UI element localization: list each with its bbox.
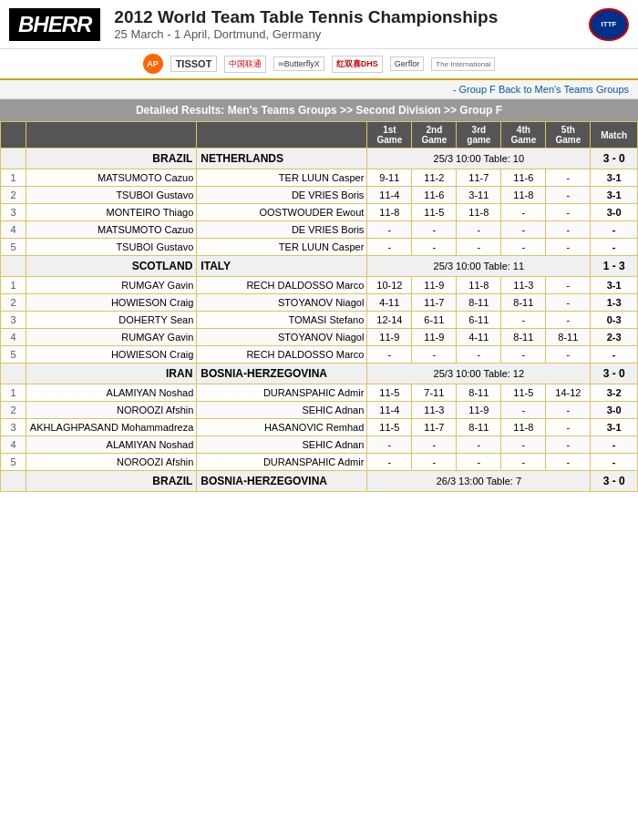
game-row: 5 NOROOZI Afshin DURANSPAHIC Admir - - -… [1, 454, 638, 471]
game-row: 2 TSUBOI Gustavo DE VRIES Boris 11-4 11-… [1, 187, 638, 204]
home-player: MONTEIRO Thiago [26, 204, 197, 221]
game4-score: - [501, 346, 546, 364]
away-team-2: BOSNIA-HERZEGOVINA [197, 364, 367, 384]
match-header-row: BRAZIL BOSNIA-HERZEGOVINA 26/3 13:00 Tab… [1, 471, 638, 492]
home-player: ALAMIYAN Noshad [26, 436, 197, 454]
game4-score: - [501, 221, 546, 239]
game2-score: - [412, 454, 457, 471]
nav-group-f[interactable]: - Group F [453, 84, 496, 95]
game3-score: - [457, 221, 501, 239]
game2-score: 11-7 [412, 419, 457, 436]
match-result: 2-3 [591, 329, 638, 346]
away-player: STOYANOV Niagol [197, 329, 367, 346]
away-team-1: ITALY [197, 256, 367, 277]
away-player: DURANSPAHIC Admir [197, 384, 367, 402]
home-team-3: BRAZIL [26, 471, 197, 492]
game1-score: - [367, 346, 412, 364]
match-result: 3-1 [591, 277, 638, 294]
match-result: 3-0 [591, 204, 638, 221]
away-player: OOSTWOUDER Ewout [197, 204, 367, 221]
away-player: SEHIC Adnan [197, 402, 367, 419]
game2-score: - [412, 346, 457, 364]
game4-score: - [501, 239, 546, 256]
game5-score: - [546, 187, 591, 204]
game5-score: - [546, 169, 591, 187]
match-result: 3-1 [591, 169, 638, 187]
match-info-1: 25/3 10:00 Table: 11 [367, 256, 591, 277]
match-result: 3-1 [591, 187, 638, 204]
away-team-0: NETHERLANDS [197, 149, 367, 169]
game-row: 5 HOWIESON Craig RECH DALDOSSO Marco - -… [1, 346, 638, 364]
away-player: DE VRIES Boris [197, 187, 367, 204]
game5-score: - [546, 454, 591, 471]
sponsor-chinaunicom: 中国联通 [224, 56, 266, 73]
away-player: TER LUUN Casper [197, 239, 367, 256]
nav-back[interactable]: Back to Men's Teams Groups [499, 84, 629, 95]
game-row: 1 RUMGAY Gavin RECH DALDOSSO Marco 10-12… [1, 277, 638, 294]
home-team-0: BRAZIL [26, 149, 197, 169]
game1-score: 12-14 [367, 312, 412, 329]
game3-score: 8-11 [457, 294, 501, 312]
game-num: 3 [1, 419, 26, 436]
game1-score: 11-8 [367, 204, 412, 221]
ittf-logo: ITTF [589, 8, 629, 41]
away-player: HASANOVIC Remhad [197, 419, 367, 436]
away-player: TER LUUN Casper [197, 169, 367, 187]
col-game1-header: 1st Game [367, 122, 412, 149]
home-player: NOROOZI Afshin [26, 454, 197, 471]
home-player: RUMGAY Gavin [26, 277, 197, 294]
game2-score: 11-2 [412, 169, 457, 187]
home-player: ALAMIYAN Noshad [26, 384, 197, 402]
match-result: 3-2 [591, 384, 638, 402]
game-row: 4 RUMGAY Gavin STOYANOV Niagol 11-9 11-9… [1, 329, 638, 346]
match-header-row: IRAN BOSNIA-HERZEGOVINA 25/3 10:00 Table… [1, 364, 638, 384]
col-player1-header [26, 122, 197, 149]
game3-score: - [457, 436, 501, 454]
game5-score: - [546, 294, 591, 312]
game5-score: 8-11 [546, 329, 591, 346]
game4-score: - [501, 204, 546, 221]
match-info-0: 25/3 10:00 Table: 10 [367, 149, 591, 169]
game3-score: 4-11 [457, 329, 501, 346]
game2-score: - [412, 239, 457, 256]
match-header-row: SCOTLAND ITALY 25/3 10:00 Table: 11 1 - … [1, 256, 638, 277]
game1-score: 11-5 [367, 384, 412, 402]
sponsor-dhs: 红双喜DHS [332, 56, 383, 73]
event-title: 2012 World Team Table Tennis Championshi… [114, 7, 589, 27]
game3-score: 11-8 [457, 277, 501, 294]
game-num: 3 [1, 204, 26, 221]
header-text: 2012 World Team Table Tennis Championshi… [114, 7, 589, 41]
game-num: 1 [1, 169, 26, 187]
match-result: - [591, 221, 638, 239]
sponsor-aprc: AP [143, 54, 163, 74]
game4-score: 11-3 [501, 277, 546, 294]
col-match-header: Match [591, 122, 638, 149]
game3-score: 11-9 [457, 402, 501, 419]
game-num: 5 [1, 454, 26, 471]
match-result: 0-3 [591, 312, 638, 329]
game4-score: 11-8 [501, 419, 546, 436]
away-player: RECH DALDOSSO Marco [197, 346, 367, 364]
game-num: 4 [1, 221, 26, 239]
col-game3-header: 3rd game [457, 122, 501, 149]
game5-score: - [546, 312, 591, 329]
sponsors-row: AP TISSOT 中国联通 ∞ButterflyX 红双喜DHS Gerflo… [0, 49, 638, 80]
game4-score: - [501, 436, 546, 454]
game5-score: - [546, 419, 591, 436]
match-result: - [591, 346, 638, 364]
game1-score: 11-5 [367, 419, 412, 436]
game5-score: - [546, 277, 591, 294]
match-header-row: BRAZIL NETHERLANDS 25/3 10:00 Table: 10 … [1, 149, 638, 169]
game4-score: - [501, 312, 546, 329]
game4-score: 11-8 [501, 187, 546, 204]
game-num: 4 [1, 329, 26, 346]
sponsor-butterfly: ∞ButterflyX [273, 56, 324, 71]
game3-score: 8-11 [457, 419, 501, 436]
game-num: 5 [1, 239, 26, 256]
game-row: 4 MATSUMOTO Cazuo DE VRIES Boris - - - -… [1, 221, 638, 239]
col-game2-header: 2nd Game [412, 122, 457, 149]
col-game5-header: 5th Game [546, 122, 591, 149]
game5-score: - [546, 402, 591, 419]
match-result: 1-3 [591, 294, 638, 312]
game-num: 2 [1, 402, 26, 419]
